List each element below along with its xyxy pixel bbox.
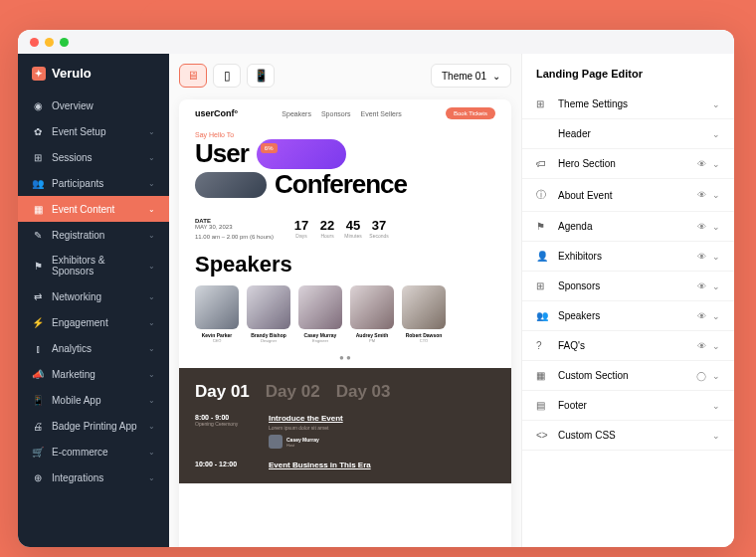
editor-section-custom-section[interactable]: ▦Custom Section◯⌄ xyxy=(522,361,734,391)
sidebar-item-overview[interactable]: ◉Overview xyxy=(18,93,169,118)
chevron-down-icon: ⌄ xyxy=(148,396,155,405)
close-dot[interactable] xyxy=(30,38,39,47)
speaker-card[interactable]: Brandy BishopDesigner xyxy=(247,285,290,343)
chevron-down-icon: ⌄ xyxy=(148,292,155,301)
right-panel: Landing Page Editor ⊞Theme Settings⌄Head… xyxy=(521,54,734,547)
sidebar-item-analytics[interactable]: ⫿Analytics⌄ xyxy=(18,335,169,361)
speaker-card[interactable]: Robert DawsonCTO xyxy=(402,285,446,343)
sidebar-item-exhibitors-sponsors[interactable]: ⚑Exhibitors & Sponsors⌄ xyxy=(18,248,169,283)
agenda-day-tab[interactable]: Day 01 xyxy=(195,382,250,402)
sidebar-item-registration[interactable]: ✎Registration⌄ xyxy=(18,222,169,248)
device-tablet-button[interactable]: ▯ xyxy=(213,64,241,88)
sidebar-item-event-setup[interactable]: ✿Event Setup⌄ xyxy=(18,118,169,144)
brand[interactable]: ✦ Verulo xyxy=(18,54,169,93)
countdown-cell: 17Days xyxy=(289,218,313,239)
agenda-slot: 8:00 - 9:00Opening CeremonyIntroduce the… xyxy=(195,414,495,449)
theme-selector[interactable]: Theme 01 ⌄ xyxy=(431,64,511,88)
sidebar-item-integrations[interactable]: ⊕Integrations⌄ xyxy=(18,464,169,490)
speaker-card[interactable]: Audrey SmithPM xyxy=(350,285,394,343)
date-info: DATE MAY 30, 2023 11.00 am – 2.00 pm (6 … xyxy=(195,218,274,240)
chevron-down-icon: ⌄ xyxy=(712,431,720,441)
nav-icon: ⇄ xyxy=(32,290,44,302)
editor-section-agenda[interactable]: ⚑Agenda👁⌄ xyxy=(522,212,734,242)
chevron-down-icon: ⌄ xyxy=(148,448,155,457)
chevron-down-icon: ⌄ xyxy=(712,341,720,351)
nav-icon: ◉ xyxy=(32,99,44,111)
editor-section-footer[interactable]: ▤Footer⌄ xyxy=(522,391,734,421)
minimize-dot[interactable] xyxy=(45,38,54,47)
section-icon: <> xyxy=(536,430,550,441)
editor-section-custom-css[interactable]: <>Custom CSS⌄ xyxy=(522,421,734,451)
nav-label: Analytics xyxy=(52,343,140,354)
canvas-cta[interactable]: Book Tickets xyxy=(446,107,495,119)
eye-icon[interactable]: 👁 xyxy=(697,222,706,232)
sidebar-item-participants[interactable]: 👥Participants⌄ xyxy=(18,170,169,196)
editor-section-speakers[interactable]: 👥Speakers👁⌄ xyxy=(522,301,734,331)
eye-icon[interactable]: 👁 xyxy=(697,281,706,291)
sidebar-item-e-commerce[interactable]: 🛒E-commerce⌄ xyxy=(18,439,169,464)
chevron-down-icon: ⌄ xyxy=(712,371,720,381)
section-icon: 👤 xyxy=(536,251,550,262)
eye-icon[interactable]: 👁 xyxy=(697,159,706,169)
sidebar-item-sessions[interactable]: ⊞Sessions⌄ xyxy=(18,144,169,170)
chevron-down-icon: ⌄ xyxy=(148,370,155,379)
chevron-down-icon: ⌄ xyxy=(148,179,155,188)
brand-icon: ✦ xyxy=(32,67,46,81)
sidebar-item-engagement[interactable]: ⚡Engagement⌄ xyxy=(18,309,169,335)
nav-label: E-commerce xyxy=(52,447,140,458)
eye-off-icon[interactable]: ◯ xyxy=(696,371,706,381)
sidebar-item-mobile-app[interactable]: 📱Mobile App⌄ xyxy=(18,387,169,413)
chevron-down-icon: ⌄ xyxy=(148,127,155,136)
editor-section-header[interactable]: Header⌄ xyxy=(522,119,734,149)
speaker-card[interactable]: Casey MurrayEngineer xyxy=(298,285,342,343)
carousel-dots[interactable]: ● ● xyxy=(179,347,511,368)
nav-label: Overview xyxy=(52,100,155,111)
chevron-down-icon: ⌄ xyxy=(712,252,720,262)
eye-icon[interactable]: 👁 xyxy=(697,252,706,262)
editor-section-faq-s[interactable]: ?FAQ's👁⌄ xyxy=(522,331,734,361)
editor-section-exhibitors[interactable]: 👤Exhibitors👁⌄ xyxy=(522,242,734,272)
chevron-down-icon: ⌄ xyxy=(148,318,155,327)
sidebar-item-event-content[interactable]: ▦Event Content⌄ xyxy=(18,196,169,222)
app-window: ✦ Verulo ◉Overview✿Event Setup⌄⊞Sessions… xyxy=(18,30,734,547)
editor-section-hero-section[interactable]: 🏷Hero Section👁⌄ xyxy=(522,149,734,179)
sidebar-item-networking[interactable]: ⇄Networking⌄ xyxy=(18,283,169,309)
section-icon: ⓘ xyxy=(536,188,550,202)
nav-icon: ⊞ xyxy=(32,151,44,163)
section-label: Exhibitors xyxy=(558,251,689,262)
device-mobile-button[interactable]: 📱 xyxy=(247,64,275,88)
section-icon: 👥 xyxy=(536,310,550,321)
speaker-card[interactable]: Kevin ParkerCEO xyxy=(195,285,239,343)
device-desktop-button[interactable]: 🖥 xyxy=(179,64,207,88)
agenda-day-tab[interactable]: Day 03 xyxy=(336,382,391,402)
section-icon: 🏷 xyxy=(536,158,550,169)
editor-section-theme-settings[interactable]: ⊞Theme Settings⌄ xyxy=(522,90,734,119)
hero-title-2: Conference xyxy=(275,169,407,200)
canvas-nav-link[interactable]: Speakers xyxy=(282,110,311,117)
eye-icon[interactable]: 👁 xyxy=(697,311,706,321)
sidebar-item-marketing[interactable]: 📣Marketing⌄ xyxy=(18,361,169,387)
nav-label: Engagement xyxy=(52,317,140,328)
maximize-dot[interactable] xyxy=(60,38,69,47)
canvas-nav-link[interactable]: Event Sellers xyxy=(361,110,402,117)
nav-label: Sessions xyxy=(52,152,140,163)
chevron-down-icon: ⌄ xyxy=(712,281,720,291)
editor-section-sponsors[interactable]: ⊞Sponsors👁⌄ xyxy=(522,272,734,301)
nav-icon: ⊕ xyxy=(32,471,44,483)
editor-section-about-event[interactable]: ⓘAbout Event👁⌄ xyxy=(522,179,734,212)
chevron-down-icon: ⌄ xyxy=(712,311,720,321)
canvas-nav-link[interactable]: Sponsors xyxy=(321,110,351,117)
eye-icon[interactable]: 👁 xyxy=(697,190,706,200)
section-label: FAQ's xyxy=(558,340,689,351)
chevron-down-icon: ⌄ xyxy=(148,231,155,240)
agenda-day-tab[interactable]: Day 02 xyxy=(266,382,320,402)
titlebar xyxy=(18,30,734,54)
chevron-down-icon: ⌄ xyxy=(148,205,155,214)
eye-icon[interactable]: 👁 xyxy=(697,341,706,351)
section-icon: ▤ xyxy=(536,400,550,411)
nav-icon: ⚡ xyxy=(32,316,44,328)
section-label: Sponsors xyxy=(558,280,689,291)
hero-title-1: User xyxy=(195,138,249,169)
nav-label: Marketing xyxy=(52,369,140,380)
sidebar-item-badge-printing-app[interactable]: 🖨Badge Printing App⌄ xyxy=(18,413,169,439)
